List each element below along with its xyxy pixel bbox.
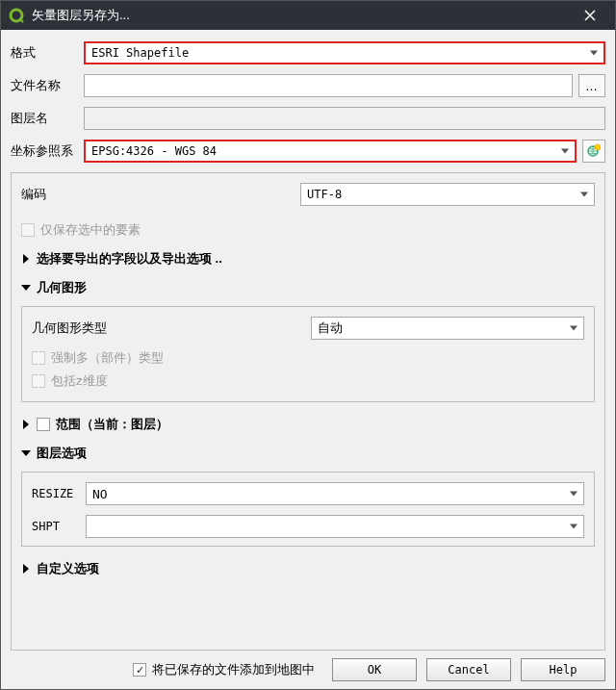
resize-value: NO [92, 487, 108, 501]
resize-combo[interactable]: NO [86, 482, 584, 505]
format-combo[interactable]: ESRI Shapefile [84, 41, 605, 64]
shpt-row: SHPT [32, 515, 584, 538]
spacer [21, 583, 595, 640]
custom-options-row[interactable]: 自定义选项 [21, 560, 595, 577]
encoding-combo[interactable]: UTF-8 [300, 183, 595, 206]
layername-row: 图层名 [11, 107, 605, 130]
chevron-down-icon [570, 524, 578, 529]
layername-label: 图层名 [11, 110, 84, 127]
chevron-down-icon [590, 51, 598, 56]
app-logo-icon [9, 8, 24, 23]
cancel-button[interactable]: Cancel [426, 658, 511, 681]
format-row: 格式 ESRI Shapefile [11, 41, 605, 64]
filename-label: 文件名称 [11, 77, 84, 94]
include-z-checkbox [32, 374, 45, 388]
layer-options-row[interactable]: 图层选项 [21, 445, 595, 462]
filename-input[interactable] [84, 74, 573, 97]
include-z-label: 包括z维度 [51, 372, 108, 390]
geometry-type-combo[interactable]: 自动 [311, 317, 584, 340]
layername-input [84, 107, 605, 130]
select-fields-row[interactable]: 选择要导出的字段以及导出选项 .. [21, 250, 595, 268]
chevron-down-icon [570, 492, 578, 497]
format-value: ESRI Shapefile [91, 46, 189, 60]
expand-down-icon [21, 285, 31, 291]
resize-row: RESIZE NO [32, 482, 584, 505]
force-multi-checkbox [32, 351, 45, 365]
expand-down-icon [21, 450, 31, 456]
expand-right-icon [21, 254, 31, 264]
encoding-value: UTF-8 [307, 188, 342, 201]
ok-button[interactable]: OK [332, 658, 417, 681]
force-multi-row: 强制多（部件）类型 [32, 349, 584, 367]
extent-checkbox[interactable] [37, 418, 50, 431]
layer-options-group: RESIZE NO SHPT [21, 472, 595, 547]
crs-row: 坐标参照系 EPSG:4326 - WGS 84 [11, 140, 605, 163]
add-to-map-checkbox[interactable] [133, 663, 146, 677]
svg-point-2 [595, 144, 601, 150]
chevron-down-icon [561, 149, 569, 154]
browse-dots: … [585, 79, 599, 93]
include-z-row: 包括z维度 [32, 372, 584, 390]
extent-row[interactable]: 范围（当前：图层） [21, 416, 595, 433]
geometry-type-row: 几何图形类型 自动 [32, 317, 584, 340]
shpt-combo[interactable] [86, 515, 584, 538]
close-icon [584, 10, 596, 21]
encoding-label: 编码 [21, 186, 300, 203]
encoding-row: 编码 UTF-8 [21, 183, 595, 206]
extent-label: 范围（当前：图层） [56, 416, 168, 433]
footer: 将已保存的文件添加到地图中 OK Cancel Help [1, 651, 615, 689]
chevron-down-icon [580, 192, 588, 197]
save-selected-label: 仅保存选中的要素 [40, 221, 141, 239]
add-to-map-row: 将已保存的文件添加到地图中 [133, 661, 315, 678]
resize-label: RESIZE [32, 487, 86, 500]
filename-row: 文件名称 … [11, 74, 605, 97]
globe-icon [586, 143, 602, 159]
options-panel: 编码 UTF-8 仅保存选中的要素 选择要导出的字段以及导出选项 .. 几何图形 [11, 172, 605, 651]
expand-right-icon [21, 420, 31, 429]
chevron-down-icon [570, 326, 578, 331]
force-multi-label: 强制多（部件）类型 [51, 349, 164, 367]
format-label: 格式 [11, 44, 84, 62]
save-selected-row: 仅保存选中的要素 [21, 221, 595, 239]
geometry-row[interactable]: 几何图形 [21, 279, 595, 296]
crs-value: EPSG:4326 - WGS 84 [91, 144, 217, 158]
expand-right-icon [21, 564, 31, 574]
save-selected-checkbox [21, 223, 35, 237]
add-to-map-label: 将已保存的文件添加到地图中 [152, 661, 315, 678]
geometry-label: 几何图形 [37, 279, 87, 296]
dialog-window: 矢量图层另存为... 格式 ESRI Shapefile 文件名称 … 图层名 [0, 0, 616, 690]
content-area: 格式 ESRI Shapefile 文件名称 … 图层名 坐标参照系 [1, 30, 615, 651]
titlebar: 矢量图层另存为... [1, 1, 615, 30]
crs-select-button[interactable] [582, 140, 605, 163]
window-title: 矢量图层另存为... [32, 7, 573, 24]
layer-options-label: 图层选项 [37, 445, 87, 462]
geometry-type-value: 自动 [318, 319, 343, 337]
crs-label: 坐标参照系 [11, 142, 84, 160]
crs-combo[interactable]: EPSG:4326 - WGS 84 [84, 140, 577, 163]
select-fields-label: 选择要导出的字段以及导出选项 .. [37, 250, 222, 268]
shpt-label: SHPT [32, 520, 86, 533]
geometry-group: 几何图形类型 自动 强制多（部件）类型 包括z维度 [21, 306, 595, 402]
close-button[interactable] [573, 1, 607, 30]
geometry-type-label: 几何图形类型 [32, 319, 311, 337]
browse-button[interactable]: … [578, 74, 605, 97]
help-button[interactable]: Help [521, 658, 605, 681]
custom-options-label: 自定义选项 [37, 560, 99, 577]
